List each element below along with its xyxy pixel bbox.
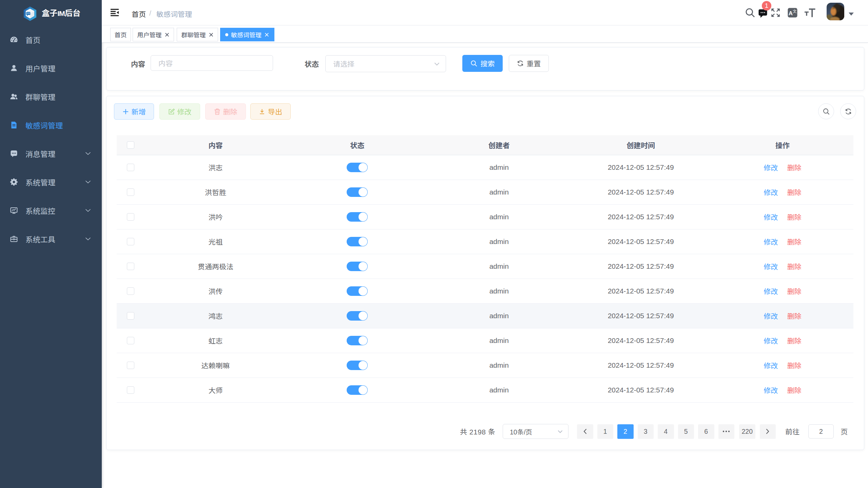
svg-text:文: 文 xyxy=(793,8,797,14)
svg-text:A: A xyxy=(789,10,793,17)
